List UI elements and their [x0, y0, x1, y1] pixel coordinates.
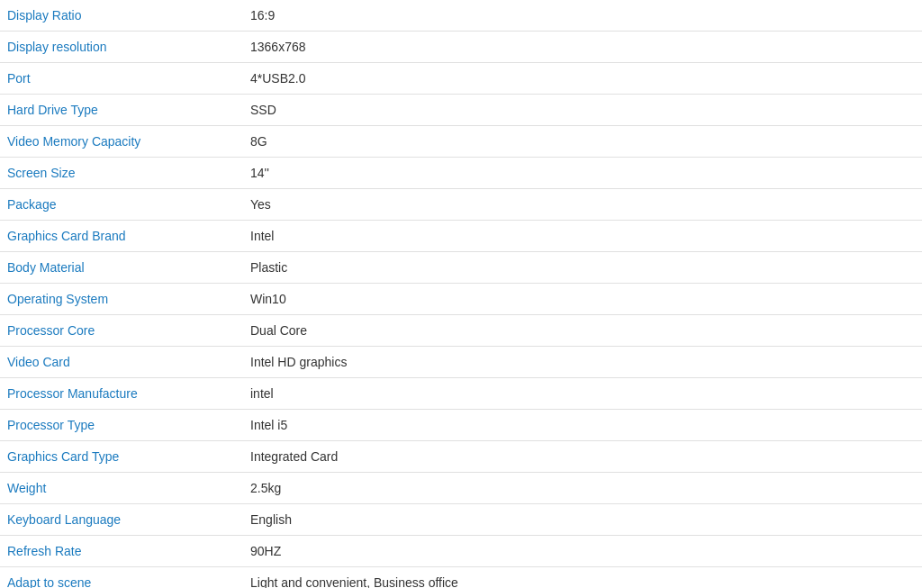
spec-label: Keyboard Language: [0, 504, 243, 536]
table-row: Hard Drive TypeSSD: [0, 95, 922, 126]
table-row: Video Memory Capacity8G: [0, 126, 922, 158]
spec-value: Dual Core: [243, 315, 922, 347]
spec-value: Light and convenient, Business office: [243, 567, 922, 589]
spec-label: Processor Type: [0, 410, 243, 441]
spec-label: Display Ratio: [0, 0, 243, 32]
spec-label: Package: [0, 189, 243, 221]
spec-value: 90HZ: [243, 536, 922, 567]
table-row: Display Ratio16:9: [0, 0, 922, 32]
spec-label: Screen Size: [0, 158, 243, 189]
table-row: Processor Manufactureintel: [0, 378, 922, 410]
spec-label: Video Card: [0, 347, 243, 378]
table-row: Refresh Rate90HZ: [0, 536, 922, 567]
spec-value: Intel HD graphics: [243, 347, 922, 378]
spec-label: Graphics Card Brand: [0, 221, 243, 252]
table-row: Weight2.5kg: [0, 473, 922, 504]
spec-value: 16:9: [243, 0, 922, 32]
spec-value: 14'': [243, 158, 922, 189]
spec-label: Operating System: [0, 284, 243, 315]
table-row: Port4*USB2.0: [0, 63, 922, 95]
spec-value: intel: [243, 378, 922, 410]
spec-label: Body Material: [0, 252, 243, 284]
spec-value: Yes: [243, 189, 922, 221]
table-row: Screen Size14'': [0, 158, 922, 189]
table-row: PackageYes: [0, 189, 922, 221]
spec-label: Processor Manufacture: [0, 378, 243, 410]
spec-value: Win10: [243, 284, 922, 315]
spec-label: Hard Drive Type: [0, 95, 243, 126]
spec-label: Display resolution: [0, 32, 243, 63]
spec-label: Port: [0, 63, 243, 95]
spec-value: 1366x768: [243, 32, 922, 63]
spec-label: Processor Core: [0, 315, 243, 347]
table-row: Video CardIntel HD graphics: [0, 347, 922, 378]
spec-value: English: [243, 504, 922, 536]
table-row: Keyboard LanguageEnglish: [0, 504, 922, 536]
spec-value: Intel: [243, 221, 922, 252]
spec-value: 8G: [243, 126, 922, 158]
spec-label: Adapt to scene: [0, 567, 243, 589]
spec-label: Refresh Rate: [0, 536, 243, 567]
spec-value: SSD: [243, 95, 922, 126]
spec-value: Integrated Card: [243, 441, 922, 473]
table-row: Adapt to sceneLight and convenient, Busi…: [0, 567, 922, 589]
table-row: Display resolution1366x768: [0, 32, 922, 63]
table-row: Graphics Card BrandIntel: [0, 221, 922, 252]
spec-label: Graphics Card Type: [0, 441, 243, 473]
table-row: Body MaterialPlastic: [0, 252, 922, 284]
specs-table: Display Ratio16:9Display resolution1366x…: [0, 0, 922, 588]
spec-value: Plastic: [243, 252, 922, 284]
spec-value: Intel i5: [243, 410, 922, 441]
spec-value: 4*USB2.0: [243, 63, 922, 95]
spec-value: 2.5kg: [243, 473, 922, 504]
spec-label: Weight: [0, 473, 243, 504]
table-row: Graphics Card TypeIntegrated Card: [0, 441, 922, 473]
table-row: Processor TypeIntel i5: [0, 410, 922, 441]
table-row: Processor CoreDual Core: [0, 315, 922, 347]
spec-label: Video Memory Capacity: [0, 126, 243, 158]
table-row: Operating SystemWin10: [0, 284, 922, 315]
